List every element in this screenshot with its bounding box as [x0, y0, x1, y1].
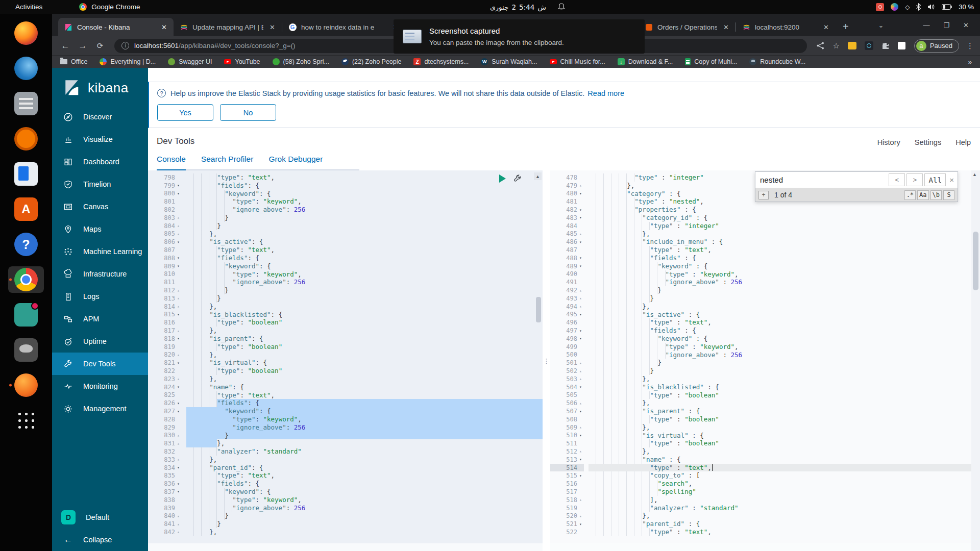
- dock-item-software[interactable]: A: [8, 196, 44, 222]
- search-toggle[interactable]: Aa: [917, 190, 928, 200]
- sidebar-item-apm[interactable]: APM: [52, 308, 148, 330]
- tab-grok-debugger[interactable]: Grok Debugger: [268, 155, 323, 169]
- dock-item-chrome[interactable]: [8, 266, 44, 293]
- tray-app-icon[interactable]: [891, 3, 898, 11]
- search-close-icon[interactable]: ×: [948, 176, 958, 184]
- yes-button[interactable]: Yes: [157, 104, 213, 121]
- volume-icon[interactable]: [927, 4, 935, 10]
- read-more-link[interactable]: Read more: [587, 89, 624, 97]
- console-request-editor[interactable]: 798 "type": "text",799▾ "fields": {800▾ …: [148, 170, 543, 551]
- sidebar-item-maps[interactable]: Maps: [52, 218, 148, 240]
- bookmark-star-icon[interactable]: ☆: [832, 41, 839, 51]
- bookmark-item[interactable]: Roundcube W...: [749, 58, 805, 65]
- reload-button[interactable]: ⟳: [93, 41, 107, 51]
- sidebar-item-management[interactable]: Management: [52, 397, 148, 420]
- clock[interactable]: جنوری25:44ش: [490, 0, 565, 14]
- bluetooth-icon[interactable]: [916, 3, 921, 11]
- kibana-logo[interactable]: kibana: [52, 68, 148, 106]
- search-all-button[interactable]: All: [924, 173, 946, 186]
- forward-button[interactable]: →: [76, 41, 90, 51]
- sidebar-item-discover[interactable]: Discover: [52, 106, 148, 128]
- search-toggle[interactable]: .*: [904, 190, 916, 200]
- dock-item-files[interactable]: [8, 90, 44, 117]
- left-scroll-up-arrow[interactable]: ▲: [534, 172, 542, 180]
- search-toggle[interactable]: S: [943, 190, 954, 200]
- keyboard-layout-icon[interactable]: ◇: [905, 4, 910, 11]
- extension-react-devtools-icon[interactable]: [865, 41, 873, 50]
- devtools-link-history[interactable]: History: [877, 138, 900, 146]
- request-wrench-icon[interactable]: [513, 174, 522, 183]
- tab-search-profiler[interactable]: Search Profiler: [201, 155, 254, 169]
- new-tab-button[interactable]: +: [843, 21, 849, 33]
- dock-item-help[interactable]: ?: [8, 231, 44, 258]
- sidebar-item-machine-learning[interactable]: Machine Learning: [52, 240, 148, 263]
- sidebar-item-logs[interactable]: Logs: [52, 285, 148, 308]
- browser-menu-button[interactable]: ⋮: [966, 41, 974, 51]
- screen-record-icon[interactable]: [876, 3, 884, 11]
- restore-button[interactable]: ❐: [943, 21, 949, 29]
- extensions-puzzle-icon[interactable]: [881, 42, 890, 50]
- bookmark-item[interactable]: Everything | D...: [100, 58, 156, 65]
- bookmark-item[interactable]: WSurah Waqiah...: [481, 58, 537, 65]
- bookmarks-overflow-icon[interactable]: »: [968, 58, 972, 66]
- right-scroll-up-arrow[interactable]: ▲: [972, 172, 977, 177]
- pane-splitter[interactable]: ⋮: [543, 170, 550, 551]
- system-tray[interactable]: ◇ 30 %: [876, 0, 974, 14]
- sidebar-collapse-button[interactable]: ← Collapse: [52, 529, 148, 551]
- bookmark-item[interactable]: YouTube: [224, 58, 260, 65]
- sidebar-item-dashboard[interactable]: Dashboard: [52, 151, 148, 173]
- dock-item-rhythmbox[interactable]: [8, 126, 44, 152]
- sidebar-item-infrastructure[interactable]: Infrastructure: [52, 263, 148, 285]
- tab-console[interactable]: Console: [157, 155, 186, 170]
- bookmark-item[interactable]: Copy of Muhi...: [685, 58, 737, 65]
- tab-close-icon[interactable]: ✕: [268, 23, 277, 31]
- search-toggle[interactable]: \b: [930, 190, 942, 200]
- devtools-link-help[interactable]: Help: [955, 138, 971, 146]
- bookmark-item[interactable]: Chill Music for...: [550, 58, 605, 65]
- window-close-button[interactable]: ✕: [963, 21, 969, 29]
- no-button[interactable]: No: [220, 104, 276, 121]
- console-response-editor[interactable]: 478 "type" : "integer"479▴ },480▾ "categ…: [550, 170, 971, 551]
- back-button[interactable]: ←: [58, 41, 72, 51]
- bookmark-item[interactable]: (58) Zoho Spri...: [273, 58, 329, 65]
- dock-item-gimp[interactable]: [8, 337, 44, 363]
- sidebar-item-space-default[interactable]: D Default: [52, 506, 148, 529]
- dock-item-firefox[interactable]: [8, 20, 44, 46]
- browser-tab[interactable]: Orders / Operations / Sa✕: [639, 18, 736, 36]
- search-next-button[interactable]: >: [906, 173, 923, 186]
- extension-notes-icon[interactable]: [898, 42, 905, 49]
- browser-tab[interactable]: Update mapping API | E✕: [174, 18, 282, 36]
- dock-item-ball2[interactable]: [8, 372, 44, 398]
- tab-search-button[interactable]: ⌄: [878, 21, 884, 29]
- focused-app-indicator[interactable]: Google Chrome: [79, 3, 140, 11]
- bookmark-item[interactable]: Swagger UI: [168, 58, 212, 65]
- left-scrollbar-thumb[interactable]: [536, 297, 541, 322]
- profile-button[interactable]: a Paused: [914, 39, 959, 53]
- sidebar-item-dev-tools[interactable]: Dev Tools: [52, 353, 148, 375]
- site-info-icon[interactable]: i: [121, 42, 129, 49]
- sidebar-item-canvas[interactable]: Canvas: [52, 195, 148, 218]
- bookmark-item[interactable]: Zdtechsystems...: [413, 58, 469, 65]
- search-input[interactable]: [755, 176, 889, 184]
- search-prev-button[interactable]: <: [889, 173, 905, 186]
- browser-tab[interactable]: localhost:9200✕: [736, 18, 836, 36]
- search-add-button[interactable]: +: [758, 191, 769, 199]
- sidebar-item-visualize[interactable]: Visualize: [52, 128, 148, 151]
- tab-close-icon[interactable]: ✕: [822, 23, 830, 31]
- bookmark-item[interactable]: ↓Download & F...: [618, 58, 673, 65]
- send-request-play-button[interactable]: [499, 174, 506, 183]
- share-icon[interactable]: [817, 42, 824, 49]
- browser-tab[interactable]: Console - Kibana✕: [58, 18, 174, 36]
- right-scrollbar[interactable]: ▲: [971, 170, 980, 551]
- screenshot-toast[interactable]: Screenshot captured You can paste the im…: [394, 19, 645, 54]
- tab-close-icon[interactable]: ✕: [722, 23, 730, 31]
- sidebar-item-uptime[interactable]: Uptime: [52, 330, 148, 353]
- activities-button[interactable]: Activities: [15, 3, 42, 11]
- dock-item-grid[interactable]: [8, 407, 44, 434]
- extension-downloads-icon[interactable]: [848, 42, 856, 49]
- right-scrollbar-thumb[interactable]: [973, 232, 978, 290]
- minimize-button[interactable]: —: [923, 21, 929, 29]
- bookmark-item[interactable]: Office: [60, 58, 87, 65]
- dock-item-libre[interactable]: [8, 161, 44, 187]
- devtools-link-settings[interactable]: Settings: [915, 138, 941, 146]
